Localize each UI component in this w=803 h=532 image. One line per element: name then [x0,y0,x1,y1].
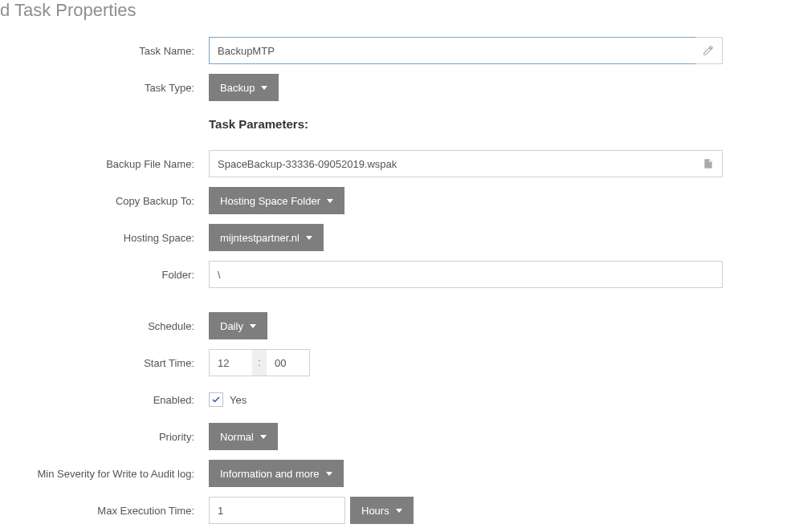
page-title: d Task Properties [0,0,803,21]
priority-value: Normal [220,431,254,443]
label-task-type: Task Type: [0,82,209,94]
check-icon [211,395,221,404]
copy-backup-to-dropdown[interactable]: Hosting Space Folder [209,187,344,214]
min-severity-value: Information and more [220,468,320,480]
task-type-dropdown[interactable]: Backup [209,74,279,101]
edit-icon[interactable] [695,37,723,64]
row-hosting-space: Hosting Space: mijntestpartner.nl [0,224,803,251]
row-min-severity: Min Severity for Write to Audit log: Inf… [0,460,803,487]
label-schedule: Schedule: [0,320,209,332]
schedule-dropdown[interactable]: Daily [209,312,267,339]
task-name-input[interactable] [209,37,695,64]
hosting-space-dropdown[interactable]: mijntestpartner.nl [209,224,324,251]
task-type-value: Backup [220,82,255,94]
label-task-name: Task Name: [0,45,209,57]
label-enabled: Enabled: [0,394,209,406]
row-task-name: Task Name: [0,37,803,64]
hosting-space-value: mijntestpartner.nl [220,232,300,244]
label-start-time: Start Time: [0,357,209,369]
chevron-down-icon [261,86,267,90]
enabled-checkbox[interactable] [209,392,223,407]
folder-input[interactable] [209,261,723,288]
start-time-hour-input[interactable] [209,349,252,376]
max-execution-input[interactable] [209,497,345,524]
row-max-execution: Max Execution Time: Hours [0,497,803,524]
label-min-severity: Min Severity for Write to Audit log: [0,468,209,480]
row-copy-backup-to: Copy Backup To: Hosting Space Folder [0,187,803,214]
chevron-down-icon [326,472,332,476]
row-backup-file-name: Backup File Name: [0,150,803,177]
chevron-down-icon [260,435,267,439]
schedule-value: Daily [220,320,243,332]
row-folder: Folder: [0,261,803,288]
row-task-parameters-heading: Task Parameters: [0,111,803,140]
chevron-down-icon [306,236,312,240]
label-folder: Folder: [0,269,209,281]
label-backup-file-name: Backup File Name: [0,158,209,170]
time-separator: : [252,349,267,376]
max-execution-unit-value: Hours [361,505,389,517]
row-priority: Priority: Normal [0,423,803,450]
start-time-minute-input[interactable] [267,349,310,376]
row-start-time: Start Time: : [0,349,803,376]
label-copy-backup-to: Copy Backup To: [0,195,209,207]
chevron-down-icon [250,324,256,328]
copy-backup-to-value: Hosting Space Folder [220,195,320,207]
task-parameters-heading: Task Parameters: [209,117,308,131]
row-enabled: Enabled: Yes [0,386,803,413]
min-severity-dropdown[interactable]: Information and more [209,460,344,487]
backup-file-name-input[interactable] [209,150,695,177]
label-max-execution: Max Execution Time: [0,505,209,517]
file-icon[interactable] [695,150,723,177]
row-task-type: Task Type: Backup [0,74,803,101]
max-execution-unit-dropdown[interactable]: Hours [350,497,414,524]
chevron-down-icon [396,509,402,513]
enabled-yes-label: Yes [230,394,247,406]
label-priority: Priority: [0,431,209,443]
chevron-down-icon [327,199,333,203]
row-schedule: Schedule: Daily [0,312,803,339]
priority-dropdown[interactable]: Normal [209,423,278,450]
label-hosting-space: Hosting Space: [0,232,209,244]
